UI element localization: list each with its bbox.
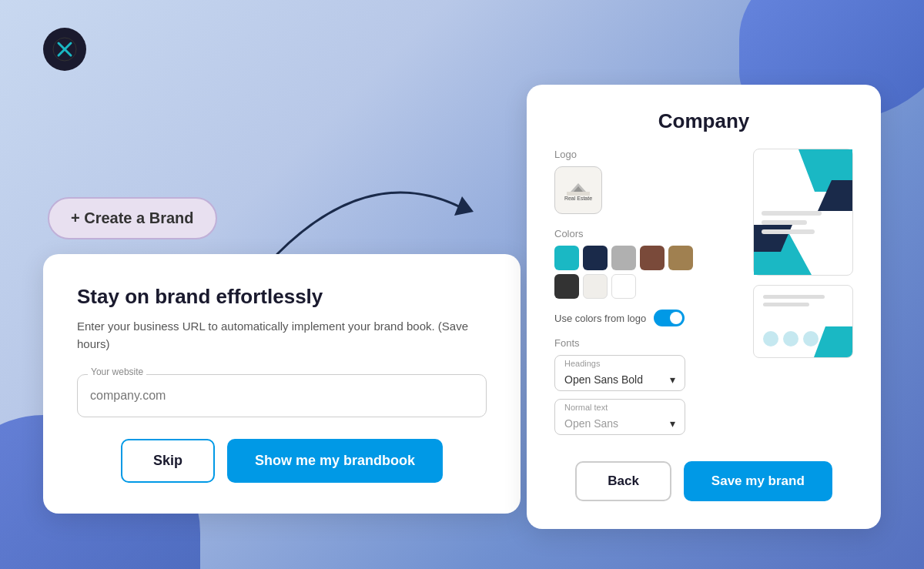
preview-card xyxy=(753,285,853,358)
card-right-title: Company xyxy=(554,109,853,133)
card-right-buttons: Back Save my brand xyxy=(554,461,853,501)
headings-font-label: Headings xyxy=(555,356,685,369)
preview-document xyxy=(753,149,853,276)
normal-chevron-icon: ▾ xyxy=(670,417,675,430)
preview2-dots xyxy=(763,331,819,346)
color-offwhite[interactable] xyxy=(583,274,608,299)
colors-section: Colors xyxy=(554,228,738,299)
brand-left-col: Logo Real Estate Colors xyxy=(554,149,738,443)
normal-font-value: Open Sans ▾ xyxy=(555,413,685,434)
color-brown[interactable] xyxy=(640,246,665,270)
preview2-teal-corner xyxy=(814,326,852,357)
logo-mini-icon xyxy=(567,179,590,196)
color-tan[interactable] xyxy=(668,246,693,270)
logo-mini-text: Real Estate xyxy=(564,196,592,202)
step2-card: Company Logo Real Estate Colors xyxy=(527,85,881,529)
fonts-label: Fonts xyxy=(554,337,738,349)
use-colors-toggle[interactable] xyxy=(654,310,685,326)
color-navy[interactable] xyxy=(583,246,608,270)
card-left-description: Enter your business URL to automatically… xyxy=(77,318,487,353)
normal-font-label: Normal text xyxy=(555,400,685,413)
brand-body: Logo Real Estate Colors xyxy=(554,149,853,443)
color-gray[interactable] xyxy=(611,246,636,270)
colors-label: Colors xyxy=(554,228,738,239)
color-dark[interactable] xyxy=(554,274,579,299)
website-input-group: Your website xyxy=(77,374,487,417)
website-label: Your website xyxy=(88,367,146,377)
show-brandbook-button[interactable]: Show me my brandbook xyxy=(227,439,443,483)
headings-font-select[interactable]: Headings Open Sans Bold ▾ xyxy=(554,355,685,391)
create-brand-button[interactable]: + Create a Brand xyxy=(48,197,217,239)
preview1-lines xyxy=(762,211,837,239)
color-teal[interactable] xyxy=(554,246,579,270)
website-input[interactable] xyxy=(77,374,487,417)
card-left-buttons: Skip Show me my brandbook xyxy=(77,439,487,483)
app-logo xyxy=(43,28,86,71)
preview2-dot-1 xyxy=(763,331,778,346)
preview2-lines xyxy=(763,295,825,310)
step1-card: Stay on brand effortlessly Enter your bu… xyxy=(43,254,521,514)
color-swatches xyxy=(554,246,738,299)
normal-font-select[interactable]: Normal text Open Sans ▾ xyxy=(554,399,685,435)
logo-label: Logo xyxy=(554,149,738,160)
skip-button[interactable]: Skip xyxy=(121,439,215,483)
save-brand-button[interactable]: Save my brand xyxy=(684,461,832,501)
preview2-dot-3 xyxy=(803,331,819,346)
preview2-dot-2 xyxy=(783,331,798,346)
brand-preview-col xyxy=(753,149,853,443)
headings-chevron-icon: ▾ xyxy=(670,373,675,386)
logo-box: Real Estate xyxy=(554,166,602,214)
back-button[interactable]: Back xyxy=(575,461,671,501)
headings-font-value: Open Sans Bold ▾ xyxy=(555,369,685,390)
use-colors-toggle-row: Use colors from logo xyxy=(554,310,738,326)
card-left-title: Stay on brand effortlessly xyxy=(77,285,487,309)
use-colors-label: Use colors from logo xyxy=(554,313,646,324)
fonts-section: Fonts Headings Open Sans Bold ▾ Normal t… xyxy=(554,337,738,435)
color-white[interactable] xyxy=(611,274,636,299)
